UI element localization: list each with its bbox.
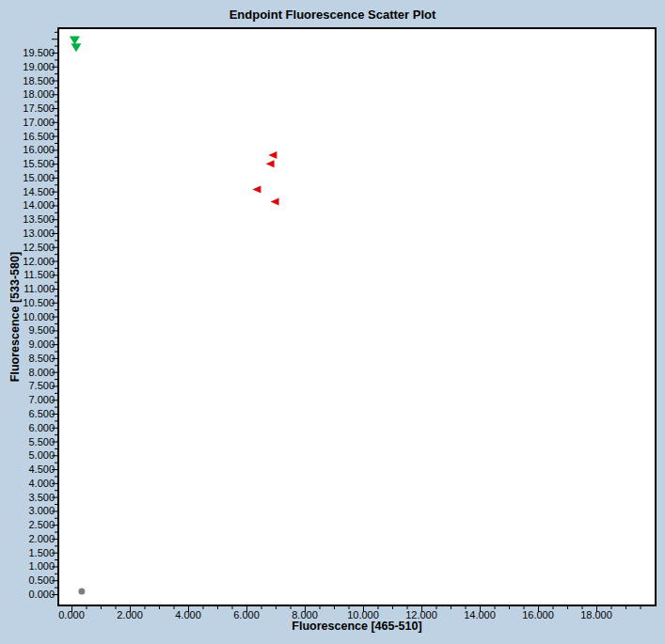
y-tick-label: 16.000: [23, 144, 55, 155]
y-tick-label: 10.000: [23, 311, 55, 322]
y-axis-tick-labels: 0.0000.5001.0001.5002.0002.5003.0003.500…: [23, 47, 55, 600]
y-tick-label: 9.000: [28, 338, 55, 350]
y-tick-label: 1.500: [28, 547, 55, 558]
y-tick-label: 7.500: [28, 380, 55, 391]
y-tick-label: 13.000: [23, 228, 55, 239]
y-tick-label: 18.500: [23, 75, 55, 86]
y-tick-label: 2.500: [28, 519, 55, 530]
y-tick-label: 3.000: [28, 505, 55, 516]
y-tick-label: 8.500: [28, 353, 55, 364]
y-tick-label: 14.000: [23, 199, 55, 211]
y-tick-label: 3.500: [28, 492, 55, 503]
y-tick-label: 5.500: [28, 436, 55, 448]
y-tick-label: 5.000: [28, 449, 55, 461]
y-tick-label: 9.500: [28, 324, 55, 336]
y-tick-label: 6.000: [28, 422, 55, 433]
y-tick-label: 15.000: [23, 172, 55, 183]
y-tick-label: 16.500: [23, 131, 55, 142]
y-tick-label: 18.000: [23, 88, 55, 100]
y-tick-label: 15.500: [23, 158, 55, 169]
y-tick-label: 6.500: [28, 408, 55, 419]
x-axis-title: Fluorescence [465-510]: [58, 620, 656, 633]
plot-area[interactable]: [58, 28, 656, 605]
y-tick-label: 10.500: [23, 297, 55, 308]
y-tick-label: 2.000: [28, 533, 55, 544]
scatter-plot-canvas: 0.0002.0004.0006.0008.00010.00012.00014.…: [0, 0, 665, 644]
y-tick-label: 4.500: [28, 463, 55, 475]
y-tick-label: 1.000: [28, 560, 55, 572]
y-tick-label: 12.000: [23, 256, 55, 267]
y-tick-label: 13.500: [23, 213, 55, 225]
y-tick-label: 0.500: [28, 574, 55, 586]
y-tick-label: 11.000: [24, 283, 55, 294]
application-window: Endpoint Fluorescence Scatter Plot 0.000…: [0, 0, 665, 644]
y-tick-label: 11.500: [24, 269, 55, 280]
y-tick-label: 17.000: [23, 117, 55, 128]
y-tick-label: 14.500: [23, 186, 55, 197]
data-point-marker-circle[interactable]: [78, 589, 85, 595]
y-tick-label: 7.000: [28, 394, 55, 405]
y-tick-label: 8.000: [28, 367, 55, 378]
y-axis-title: Fluorescence [533-580]: [8, 252, 22, 382]
y-tick-label: 4.000: [28, 478, 55, 489]
y-tick-label: 17.500: [23, 102, 55, 114]
y-tick-label: 19.500: [23, 47, 55, 58]
y-tick-label: 0.000: [28, 589, 55, 600]
y-tick-label: 19.000: [23, 61, 55, 72]
y-tick-label: 12.500: [23, 242, 55, 253]
